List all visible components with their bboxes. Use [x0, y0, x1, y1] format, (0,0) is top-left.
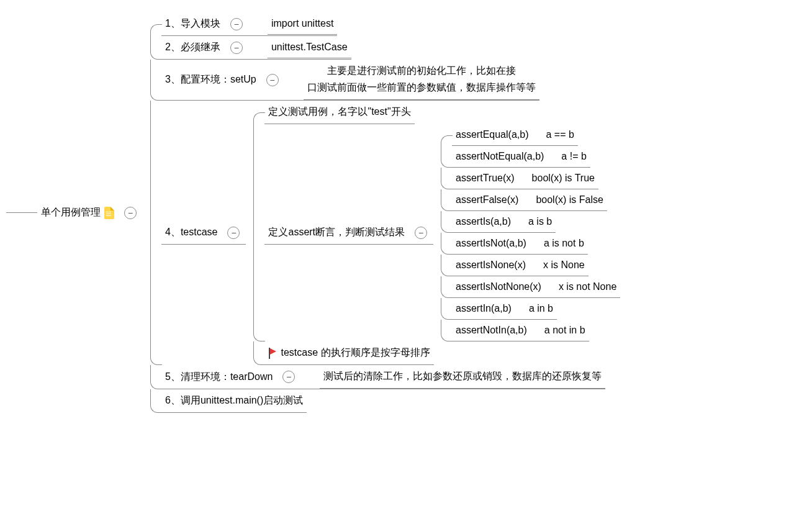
assert-row[interactable]: assertIsNone(x)x is None	[441, 255, 620, 276]
node-4-c1-text: 定义测试用例，名字以"test"开头	[264, 101, 414, 124]
assert-row[interactable]: assertEqual(a,b)a == b	[441, 124, 620, 146]
node-5-children: 测试后的清除工作，比如参数还原或销毁，数据库的还原恢复等	[309, 365, 605, 389]
assert-method: assertNotEqual(a,b)	[456, 151, 544, 162]
assert-pair: assertNotIn(a,b)a not in b	[452, 320, 589, 341]
node-4-title: 4、testcase	[161, 221, 221, 244]
assert-result: a is b	[528, 216, 552, 227]
assert-method: assertTrue(x)	[456, 173, 515, 184]
assert-method: assertEqual(a,b)	[456, 129, 528, 140]
node-3-title: 3、配置环境：setUp	[161, 68, 260, 91]
root-children: 1、导入模块 − import unittest 2、必须继承 −	[150, 12, 620, 413]
node-3-detail-text: 主要是进行测试前的初始化工作，比如在接 口测试前面做一些前置的参数赋值，数据库操…	[304, 60, 539, 99]
node-1[interactable]: 1、导入模块 − import unittest	[150, 12, 620, 36]
node-4-c3[interactable]: testcase 的执行顺序是按字母排序	[253, 341, 620, 365]
mindmap-root: 单个用例管理 − 1、导入模块 − import unittest	[6, 12, 806, 413]
assert-row[interactable]: assertIs(a,b)a is b	[441, 211, 620, 233]
assert-method: assertIsNot(a,b)	[456, 238, 526, 249]
root-connector	[6, 212, 37, 213]
node-2[interactable]: 2、必须继承 − unittest.TestCase	[150, 36, 620, 60]
assert-method: assertIn(a,b)	[456, 303, 512, 314]
assert-result: a != b	[561, 151, 586, 162]
assert-result: a in b	[529, 303, 553, 314]
assert-list: assertEqual(a,b)a == bassertNotEqual(a,b…	[441, 124, 620, 341]
assert-pair: assertFalse(x)bool(x) is False	[452, 189, 607, 210]
assert-result: bool(x) is True	[532, 173, 595, 184]
collapse-toggle[interactable]: −	[415, 227, 427, 239]
assert-pair: assertNotEqual(a,b)a != b	[452, 146, 590, 167]
assert-pair: assertIsNot(a,b)a is not b	[452, 233, 588, 254]
node-2-children: unittest.TestCase	[256, 37, 351, 58]
collapse-toggle[interactable]: −	[266, 74, 279, 86]
assert-row[interactable]: assertIsNot(a,b)a is not b	[441, 233, 620, 255]
assert-result: x is None	[543, 260, 585, 271]
node-4-children: 定义测试用例，名字以"test"开头 定义assert断言，判断测试结果 −	[253, 101, 620, 365]
node-2-detail-text: unittest.TestCase	[268, 37, 351, 58]
assert-result: bool(x) is False	[536, 194, 603, 206]
assert-result: x is not None	[559, 281, 616, 292]
node-3-detail-line1: 主要是进行测试前的初始化工作，比如在接	[327, 65, 516, 78]
assert-result: a is not b	[544, 238, 584, 249]
assert-row[interactable]: assertTrue(x)bool(x) is True	[441, 168, 620, 189]
node-5-title: 5、清理环境：tearDown	[161, 366, 276, 389]
root-label: 单个用例管理	[37, 201, 118, 224]
node-5-detail[interactable]: 测试后的清除工作，比如参数还原或销毁，数据库的还原恢复等	[309, 365, 605, 389]
node-5[interactable]: 5、清理环境：tearDown − 测试后的清除工作，比如参数还原或销毁，数据库…	[150, 365, 620, 389]
node-4-c2-text: 定义assert断言，判断测试结果	[264, 221, 408, 244]
node-1-children: import unittest	[256, 13, 337, 35]
assert-row[interactable]: assertFalse(x)bool(x) is False	[441, 189, 620, 211]
assert-pair: assertTrue(x)bool(x) is True	[452, 168, 598, 189]
node-4-c1[interactable]: 定义测试用例，名字以"test"开头	[253, 101, 620, 124]
node-2-title: 2、必须继承	[161, 36, 224, 59]
assert-pair: assertEqual(a,b)a == b	[452, 124, 578, 145]
assert-method: assertNotIn(a,b)	[456, 325, 527, 336]
collapse-toggle[interactable]: −	[230, 42, 243, 54]
assert-result: a == b	[546, 129, 574, 140]
root-node[interactable]: 单个用例管理 − 1、导入模块 − import unittest	[37, 12, 620, 413]
node-1-detail[interactable]: import unittest	[256, 13, 337, 35]
assert-row[interactable]: assertNotIn(a,b)a not in b	[441, 320, 620, 341]
collapse-toggle[interactable]: −	[230, 18, 243, 30]
assert-pair: assertIs(a,b)a is b	[452, 211, 556, 232]
node-5-detail-text: 测试后的清除工作，比如参数还原或销毁，数据库的还原恢复等	[320, 365, 605, 388]
collapse-toggle[interactable]: −	[124, 207, 137, 219]
assert-method: assertFalse(x)	[456, 194, 518, 206]
node-6[interactable]: 6、调用unittest.main()启动测试	[150, 389, 620, 413]
node-4-c3-text: testcase 的执行顺序是按字母排序	[281, 346, 430, 359]
assert-row[interactable]: assertNotEqual(a,b)a != b	[441, 146, 620, 168]
node-2-detail[interactable]: unittest.TestCase	[256, 37, 351, 58]
node-1-detail-text: import unittest	[268, 13, 337, 34]
flag-icon	[268, 348, 277, 359]
assert-pair: assertIsNone(x)x is None	[452, 255, 589, 276]
node-4-c3-label: testcase 的执行顺序是按字母排序	[264, 341, 433, 364]
node-4[interactable]: 4、testcase − 定义测试用例，名字以"test"开头	[150, 101, 620, 365]
assert-method: assertIsNotNone(x)	[456, 281, 541, 292]
assert-row[interactable]: assertIsNotNone(x)x is not None	[441, 276, 620, 298]
collapse-toggle[interactable]: −	[282, 371, 295, 383]
node-3[interactable]: 3、配置环境：setUp − 主要是进行测试前的初始化工作，比如在接 口测试前面…	[150, 60, 620, 101]
assert-pair: assertIn(a,b)a in b	[452, 298, 557, 319]
note-icon[interactable]	[104, 207, 114, 219]
assert-method: assertIs(a,b)	[456, 216, 511, 227]
assert-method: assertIsNone(x)	[456, 260, 526, 271]
node-3-detail-line2: 口测试前面做一些前置的参数赋值，数据库操作等等	[307, 81, 536, 94]
node-6-title: 6、调用unittest.main()启动测试	[161, 389, 307, 412]
assert-row[interactable]: assertIn(a,b)a in b	[441, 298, 620, 320]
node-1-title: 1、导入模块	[161, 12, 224, 35]
node-4-c2[interactable]: 定义assert断言，判断测试结果 − assertEqual(a,b)a ==…	[253, 124, 620, 341]
node-3-detail[interactable]: 主要是进行测试前的初始化工作，比如在接 口测试前面做一些前置的参数赋值，数据库操…	[292, 60, 539, 100]
node-3-children: 主要是进行测试前的初始化工作，比如在接 口测试前面做一些前置的参数赋值，数据库操…	[292, 60, 539, 100]
collapse-toggle[interactable]: −	[227, 227, 240, 239]
assert-pair: assertIsNotNone(x)x is not None	[452, 276, 620, 297]
assert-result: a not in b	[544, 325, 585, 336]
root-title-text: 单个用例管理	[41, 206, 101, 219]
